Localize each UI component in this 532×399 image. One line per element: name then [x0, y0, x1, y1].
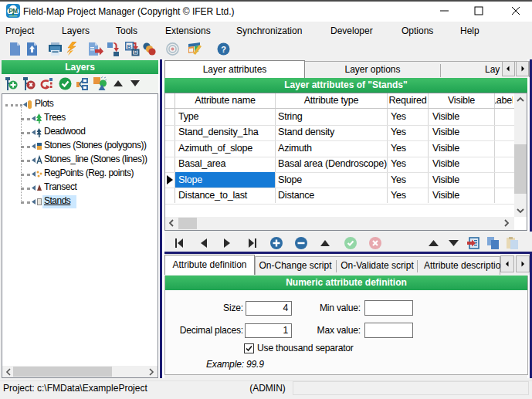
svg-text:?: ?	[221, 45, 226, 54]
svg-text:B: B	[134, 49, 137, 55]
svg-text:B: B	[127, 43, 132, 50]
svg-text:PM: PM	[8, 8, 18, 15]
